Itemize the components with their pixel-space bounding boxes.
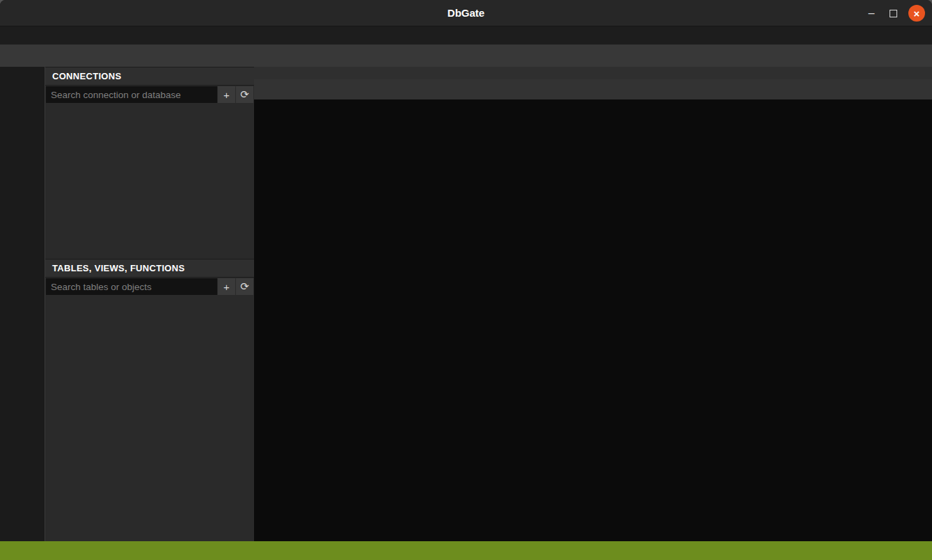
title-bar: DbGate – × bbox=[0, 0, 932, 26]
add-table-icon-button[interactable]: + bbox=[218, 278, 235, 295]
close-button[interactable]: × bbox=[908, 5, 925, 22]
connections-search-input[interactable] bbox=[46, 86, 217, 103]
content-area bbox=[254, 67, 932, 541]
refresh-connections-button[interactable]: ⟳ bbox=[236, 86, 253, 103]
minimize-button[interactable]: – bbox=[864, 7, 878, 19]
activity-bar bbox=[0, 67, 45, 541]
dbgate-window: DbGate – × CONNECTIONS + ⟳ TABLES, VIEWS… bbox=[0, 0, 932, 560]
add-connection-icon-button[interactable]: + bbox=[218, 86, 235, 103]
tables-search-input[interactable] bbox=[46, 278, 217, 295]
window-controls: – × bbox=[864, 0, 925, 26]
file-tab-strip bbox=[254, 79, 932, 99]
connections-list bbox=[45, 104, 254, 259]
menu-bar bbox=[0, 26, 932, 45]
data-grid bbox=[254, 99, 932, 541]
status-bar bbox=[0, 541, 932, 560]
connections-header: CONNECTIONS bbox=[45, 67, 254, 86]
refresh-tables-button[interactable]: ⟳ bbox=[236, 278, 253, 295]
maximize-button[interactable] bbox=[890, 10, 897, 17]
main-area: CONNECTIONS + ⟳ TABLES, VIEWS, FUNCTIONS… bbox=[0, 67, 932, 541]
tables-header: TABLES, VIEWS, FUNCTIONS bbox=[45, 259, 254, 278]
window-title: DbGate bbox=[448, 7, 484, 19]
left-panel: CONNECTIONS + ⟳ TABLES, VIEWS, FUNCTIONS… bbox=[45, 67, 254, 541]
tables-search-row: + ⟳ bbox=[45, 278, 254, 296]
database-tab-strip bbox=[254, 67, 932, 79]
tables-tree bbox=[45, 296, 254, 541]
toolbar bbox=[0, 45, 932, 67]
connections-search-row: + ⟳ bbox=[45, 86, 254, 104]
